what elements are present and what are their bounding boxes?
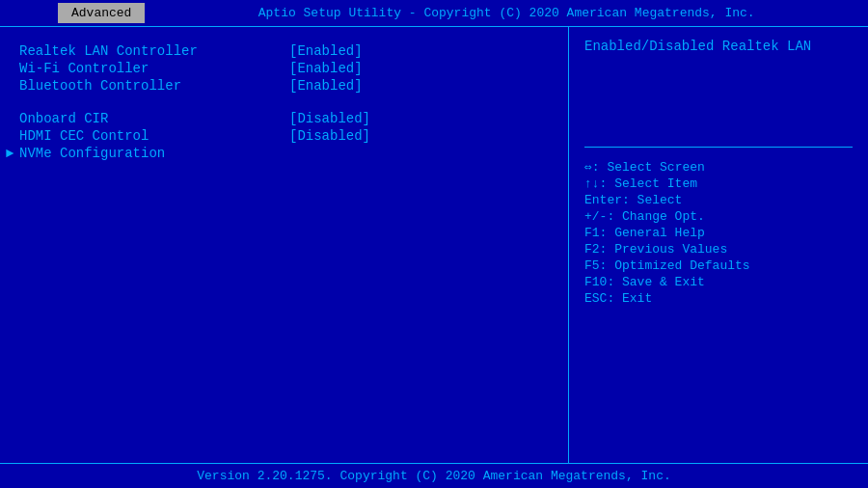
top-bar: Advanced Aptio Setup Utility - Copyright… bbox=[0, 0, 868, 27]
footer-text: Version 2.20.1275. Copyright (C) 2020 Am… bbox=[197, 469, 670, 483]
key-hint-1: ↑↓: Select Item bbox=[584, 176, 853, 191]
menu-item-realtek-lan[interactable]: Realtek LAN Controller [Enabled] bbox=[19, 42, 549, 60]
key-hint-5: F2: Previous Values bbox=[584, 242, 853, 257]
key-hint-6: F5: Optimized Defaults bbox=[584, 258, 853, 273]
menu-item-hdmi-cec[interactable]: HDMI CEC Control [Disabled] bbox=[19, 127, 549, 145]
realtek-lan-label: Realtek LAN Controller bbox=[19, 43, 289, 59]
right-panel: Enabled/Disabled Realtek LAN ⇔: Select S… bbox=[569, 27, 868, 463]
bluetooth-label: Bluetooth Controller bbox=[19, 78, 289, 94]
divider bbox=[584, 147, 853, 148]
key-hint-7: F10: Save & Exit bbox=[584, 275, 853, 289]
help-text: Enabled/Disabled Realtek LAN bbox=[584, 39, 853, 62]
bios-screen: Advanced Aptio Setup Utility - Copyright… bbox=[0, 0, 868, 488]
menu-item-bluetooth[interactable]: Bluetooth Controller [Enabled] bbox=[19, 77, 549, 95]
onboard-cir-value: [Disabled] bbox=[289, 111, 370, 126]
main-content: Realtek LAN Controller [Enabled] Wi-Fi C… bbox=[0, 27, 868, 463]
key-help-section: ⇔: Select Screen ↑↓: Select Item Enter: … bbox=[584, 159, 853, 306]
hdmi-cec-value: [Disabled] bbox=[289, 128, 370, 144]
nvme-arrow-icon: ► bbox=[6, 146, 14, 161]
key-hint-0: ⇔: Select Screen bbox=[584, 159, 853, 175]
nvme-label: NVMe Configuration bbox=[19, 146, 289, 161]
wifi-value: [Enabled] bbox=[289, 61, 363, 76]
key-hint-3: +/-: Change Opt. bbox=[584, 209, 853, 224]
key-hint-2: Enter: Select bbox=[584, 193, 853, 207]
onboard-cir-label: Onboard CIR bbox=[19, 111, 289, 126]
realtek-lan-value: [Enabled] bbox=[289, 43, 363, 59]
menu-item-onboard-cir[interactable]: Onboard CIR [Disabled] bbox=[19, 110, 549, 127]
hdmi-cec-label: HDMI CEC Control bbox=[19, 128, 289, 144]
footer: Version 2.20.1275. Copyright (C) 2020 Am… bbox=[0, 463, 868, 488]
wifi-label: Wi-Fi Controller bbox=[19, 61, 289, 76]
left-panel: Realtek LAN Controller [Enabled] Wi-Fi C… bbox=[0, 27, 569, 463]
menu-item-nvme[interactable]: ► NVMe Configuration bbox=[19, 145, 549, 162]
bluetooth-value: [Enabled] bbox=[289, 78, 363, 94]
key-hint-8: ESC: Exit bbox=[584, 291, 853, 306]
menu-group-2: Onboard CIR [Disabled] HDMI CEC Control … bbox=[19, 110, 549, 162]
header-title: Aptio Setup Utility - Copyright (C) 2020… bbox=[145, 6, 868, 20]
key-hint-4: F1: General Help bbox=[584, 226, 853, 240]
menu-item-wifi[interactable]: Wi-Fi Controller [Enabled] bbox=[19, 60, 549, 77]
menu-group-1: Realtek LAN Controller [Enabled] Wi-Fi C… bbox=[19, 42, 549, 95]
active-tab[interactable]: Advanced bbox=[58, 3, 145, 23]
